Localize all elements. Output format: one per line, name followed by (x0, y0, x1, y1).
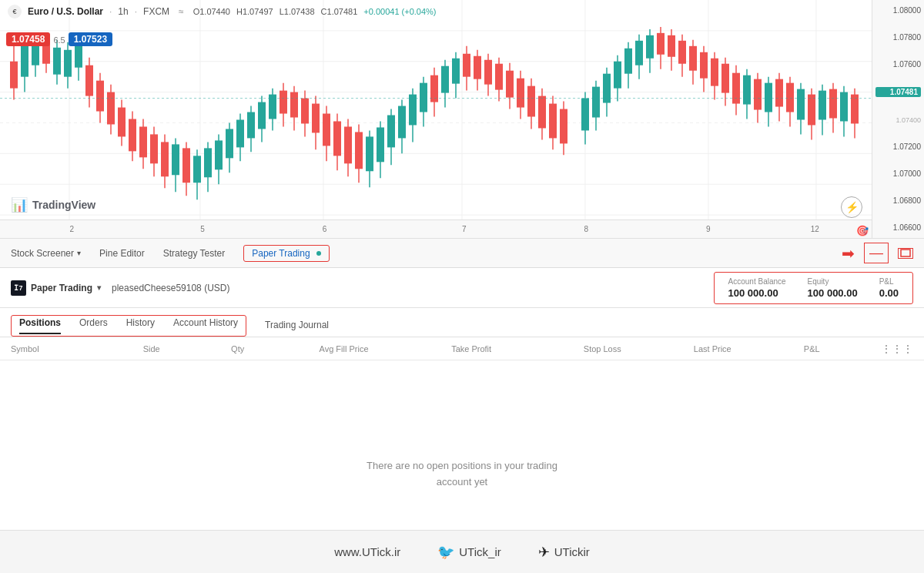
price-7: 1.06600 (875, 223, 921, 232)
svg-rect-53 (215, 140, 223, 169)
tab-trading-journal[interactable]: Trading Journal (265, 320, 329, 337)
column-headers: Symbol Side Qty Avg Fill Price Take Prof… (0, 337, 924, 360)
pine-editor-btn[interactable]: Pine Editor (99, 248, 145, 259)
price-axis: 1.08000 1.07800 1.07600 1.07481 1.07400 … (872, 0, 924, 238)
stock-screener-btn[interactable]: Stock Screener ▾ (11, 248, 81, 259)
svg-rect-107 (506, 71, 514, 98)
svg-rect-161 (808, 95, 815, 126)
paper-trading-label: Paper Trading (252, 248, 310, 259)
time-2: 2 (70, 225, 75, 233)
svg-rect-67 (290, 92, 298, 118)
svg-rect-149 (743, 75, 751, 105)
svg-rect-95 (441, 66, 449, 93)
svg-rect-85 (387, 116, 395, 148)
minimize-icon[interactable]: — (864, 243, 889, 263)
expand-arrow-icon[interactable]: ➡ (842, 244, 855, 263)
strategy-tester-btn[interactable]: Strategy Tester (163, 248, 225, 259)
account-bar: 1̈7 Paper Trading ▾ pleasedCheese59108 (… (0, 268, 924, 308)
svg-rect-73 (323, 114, 330, 146)
telegram-icon: ✈ (538, 544, 550, 561)
lightning-icon[interactable]: ⚡ (841, 196, 862, 218)
svg-rect-27 (75, 45, 82, 68)
paper-trading-btn[interactable]: Paper Trading (243, 245, 329, 262)
tv-logo-text: TradingView (32, 199, 95, 211)
time-9: 9 (706, 225, 711, 233)
restore-icon[interactable] (898, 248, 913, 259)
svg-rect-115 (549, 104, 557, 139)
price-3: 1.07600 (875, 60, 921, 69)
chart-ohlc-high: H1.07497 (236, 7, 273, 16)
price-1: 1.08000 (875, 6, 921, 15)
svg-rect-61 (258, 102, 266, 129)
svg-rect-155 (775, 79, 783, 107)
svg-rect-81 (366, 136, 373, 171)
account-username: pleasedCheese59108 (USD) (112, 283, 229, 293)
svg-rect-119 (581, 99, 589, 131)
svg-rect-139 (689, 46, 697, 71)
main-tabs-group: Positions Orders History Account History (11, 315, 246, 337)
col-pnl: P&L (804, 344, 881, 354)
footer: www.UTick.ir 🐦 UTick_ir ✈ UTickir (0, 530, 924, 573)
tab-positions[interactable]: Positions (19, 317, 61, 334)
pnl-label: P&L (879, 277, 894, 286)
svg-rect-165 (829, 89, 837, 119)
svg-rect-45 (172, 144, 179, 175)
chart-change: +0.00041 (+0.04%) (363, 7, 436, 16)
svg-rect-77 (344, 126, 352, 163)
svg-rect-141 (700, 52, 708, 79)
svg-rect-125 (614, 62, 621, 89)
equity-value: 100 000.00 (808, 287, 858, 299)
tab-account-history[interactable]: Account History (173, 317, 238, 334)
svg-rect-151 (754, 79, 762, 110)
price-bubble-bid: 1.07458 (6, 32, 50, 46)
svg-rect-133 (657, 33, 665, 55)
chart-separator: · (109, 6, 112, 17)
svg-rect-49 (193, 156, 201, 183)
tab-history[interactable]: History (126, 317, 155, 334)
svg-rect-111 (527, 86, 535, 117)
empty-line2: account yet (437, 474, 488, 491)
chart-equals: ≈ (179, 6, 184, 17)
svg-rect-25 (64, 50, 72, 77)
chart-timeframe: 1h (118, 6, 128, 17)
svg-rect-113 (538, 96, 546, 129)
twitter-icon: 🐦 (437, 544, 454, 561)
svg-rect-121 (592, 87, 600, 118)
svg-rect-143 (711, 59, 718, 86)
svg-rect-87 (398, 106, 406, 139)
svg-rect-137 (678, 41, 686, 64)
price-bubbles: 1.07458 6.5 1.07523 (6, 32, 112, 46)
svg-rect-55 (226, 129, 233, 158)
time-5: 5 (200, 225, 205, 233)
price-5: 1.07000 (875, 169, 921, 178)
balance-label: Account Balance (728, 277, 786, 286)
svg-rect-105 (495, 64, 503, 90)
tab-orders[interactable]: Orders (79, 317, 108, 334)
balance-value: 100 000.00 (728, 287, 778, 299)
chart-ohlc-close: C1.07481 (321, 7, 358, 16)
chart-separator2: · (135, 6, 137, 17)
chart-header: € Euro / U.S. Dollar · 1h · FXCM ≈ O1.07… (8, 5, 437, 18)
svg-rect-43 (161, 142, 169, 176)
pnl-value: 0.00 (879, 287, 899, 299)
svg-rect-97 (452, 59, 460, 84)
svg-rect-23 (53, 48, 61, 75)
paper-trading-badge[interactable]: 1̈7 Paper Trading ▾ (11, 280, 101, 296)
svg-rect-69 (301, 99, 309, 124)
svg-rect-17 (21, 46, 28, 77)
price-ref: 1.07400 (875, 116, 921, 124)
svg-rect-159 (797, 89, 805, 120)
target-icon[interactable]: 🎯 (856, 225, 869, 236)
svg-rect-39 (139, 126, 147, 157)
svg-rect-33 (107, 92, 115, 125)
columns-settings-icon[interactable]: ⋮⋮⋮ (881, 343, 913, 355)
svg-rect-15 (10, 62, 18, 89)
svg-rect-79 (355, 132, 363, 169)
svg-rect-103 (484, 60, 492, 85)
time-axis: 2 5 6 7 8 9 12 (0, 219, 872, 238)
chart-ohlc-open: O1.07440 (193, 7, 230, 16)
svg-rect-29 (85, 65, 93, 96)
tv-badge-icon: 1̈7 (11, 280, 26, 296)
strategy-tester-label: Strategy Tester (163, 248, 225, 259)
empty-line1: There are no open positions in your trad… (367, 458, 557, 474)
